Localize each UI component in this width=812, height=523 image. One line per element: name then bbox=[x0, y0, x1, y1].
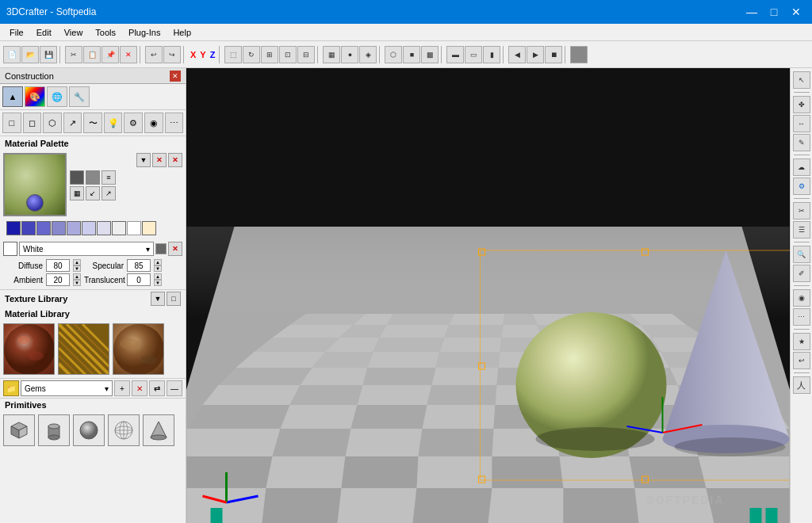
menu-edit[interactable]: Edit bbox=[30, 26, 58, 39]
ambient-down[interactable]: ▼ bbox=[73, 280, 81, 286]
tb-obj3[interactable]: ▮ bbox=[483, 46, 500, 63]
rt-scale[interactable]: ✎ bbox=[793, 134, 810, 151]
swatch-gray[interactable] bbox=[86, 170, 100, 185]
palette-clear-icon[interactable]: ✕ bbox=[152, 153, 167, 167]
c-btn-box[interactable]: ◻ bbox=[23, 113, 42, 133]
tb-cut[interactable]: ✂ bbox=[65, 46, 82, 63]
tb-anim3[interactable]: ⏹ bbox=[545, 46, 562, 63]
tex-lib-expand[interactable]: □ bbox=[167, 292, 181, 306]
c-btn-hex[interactable]: ⬡ bbox=[43, 113, 62, 133]
tb-open[interactable]: 📂 bbox=[21, 46, 39, 63]
tex-lib-down[interactable]: ▼ bbox=[151, 292, 165, 306]
tb-view5[interactable]: ⊟ bbox=[297, 46, 315, 63]
c-btn-tools[interactable]: 🔧 bbox=[69, 86, 90, 107]
category-dropdown[interactable]: Gems ▾ bbox=[21, 380, 113, 396]
mat-swap-btn[interactable]: ⇄ bbox=[149, 380, 165, 396]
rt-orbit[interactable]: ◉ bbox=[793, 289, 810, 307]
specular-down[interactable]: ▼ bbox=[154, 265, 162, 272]
rt-hand[interactable]: ☰ bbox=[793, 221, 810, 239]
tb-wire[interactable]: ⬡ bbox=[385, 46, 402, 63]
swatch-7[interactable] bbox=[97, 221, 111, 235]
rt-deform[interactable]: ⚙ bbox=[793, 178, 810, 195]
translucent-value[interactable]: 0 bbox=[127, 273, 151, 286]
ambient-value[interactable]: 20 bbox=[46, 273, 70, 286]
diffuse-down[interactable]: ▼ bbox=[73, 265, 81, 272]
tb-view3[interactable]: ⊞ bbox=[261, 46, 278, 63]
tb-delete[interactable]: ✕ bbox=[120, 46, 137, 63]
tb-undo[interactable]: ↩ bbox=[145, 46, 163, 63]
mat-item-2[interactable] bbox=[58, 323, 109, 375]
palette-info-icon[interactable]: ✕ bbox=[168, 153, 182, 167]
specular-value[interactable]: 85 bbox=[127, 259, 151, 272]
tb-view2[interactable]: ↻ bbox=[243, 46, 260, 63]
tb-view1[interactable]: ⬚ bbox=[224, 46, 242, 63]
minimize-button[interactable]: — bbox=[742, 2, 761, 21]
c-btn-more[interactable]: ⋯ bbox=[165, 113, 184, 133]
tb-mat[interactable]: ◈ bbox=[359, 46, 377, 63]
palette-filter-icon[interactable]: ▼ bbox=[136, 153, 151, 167]
tb-obj1[interactable]: ▬ bbox=[446, 46, 464, 63]
color-swatch-main[interactable] bbox=[3, 242, 17, 256]
c-btn-arrow[interactable]: ↗ bbox=[63, 113, 82, 133]
rt-scissors[interactable]: ✂ bbox=[793, 202, 810, 220]
c-btn-up[interactable]: ▲ bbox=[2, 86, 23, 107]
tb-paste[interactable]: 📌 bbox=[102, 46, 119, 63]
material-icon-2[interactable]: ↙ bbox=[86, 186, 100, 200]
folder-icon[interactable]: 📁 bbox=[3, 380, 19, 396]
material-icon-1[interactable]: ▦ bbox=[70, 186, 84, 200]
tb-grid[interactable]: ▦ bbox=[323, 46, 340, 63]
c-btn-curve[interactable]: 〜 bbox=[83, 113, 102, 133]
tb-solid[interactable]: ■ bbox=[403, 46, 420, 63]
diffuse-value[interactable]: 80 bbox=[46, 259, 70, 272]
rt-move[interactable]: ✤ bbox=[793, 96, 810, 113]
swatch-dark[interactable] bbox=[70, 170, 84, 185]
construction-close[interactable]: ✕ bbox=[170, 71, 181, 82]
mat-add-btn[interactable]: + bbox=[114, 380, 130, 396]
menu-tools[interactable]: Tools bbox=[89, 26, 122, 39]
close-button[interactable]: ✕ bbox=[787, 2, 806, 21]
material-preview[interactable] bbox=[3, 153, 67, 216]
rt-select[interactable]: ↖ bbox=[793, 71, 810, 89]
tb-save[interactable]: 💾 bbox=[40, 46, 57, 63]
ambient-up[interactable]: ▲ bbox=[73, 273, 81, 280]
swatch-8[interactable] bbox=[112, 221, 126, 235]
swatch-action-1[interactable]: ≡ bbox=[102, 170, 116, 185]
rt-snap[interactable]: ★ bbox=[793, 333, 810, 350]
swatch-2[interactable] bbox=[21, 221, 36, 235]
diffuse-up[interactable]: ▲ bbox=[73, 259, 81, 265]
tb-extra[interactable] bbox=[570, 46, 588, 63]
primitive-cube[interactable] bbox=[3, 414, 35, 446]
c-btn-circle[interactable]: ◉ bbox=[144, 113, 163, 133]
rt-person[interactable]: 人 bbox=[793, 376, 810, 394]
viewport[interactable]: ⚙ bbox=[186, 68, 790, 523]
mat-del-btn[interactable]: ✕ bbox=[132, 380, 147, 396]
menu-plugins[interactable]: Plug-Ins bbox=[122, 26, 167, 39]
menu-view[interactable]: View bbox=[58, 26, 90, 39]
rt-zoom[interactable]: 🔍 bbox=[793, 246, 810, 263]
swatch-5[interactable] bbox=[67, 221, 81, 235]
color-swatch-icon[interactable] bbox=[155, 243, 167, 254]
tb-anim1[interactable]: ◀ bbox=[508, 46, 526, 63]
mat-item-3[interactable] bbox=[113, 323, 164, 375]
c-btn-light[interactable]: 💡 bbox=[104, 113, 123, 133]
tb-copy[interactable]: 📋 bbox=[83, 46, 101, 63]
color-name-dropdown[interactable]: White ▾ bbox=[19, 242, 154, 256]
tb-tex[interactable]: ▩ bbox=[421, 46, 439, 63]
swatch-4[interactable] bbox=[52, 221, 66, 235]
swatch-1[interactable] bbox=[6, 221, 21, 235]
primitive-sphere[interactable] bbox=[73, 414, 105, 446]
tb-new[interactable]: 📄 bbox=[3, 46, 21, 63]
rt-undo2[interactable]: ↩ bbox=[793, 352, 810, 369]
c-btn-color[interactable]: 🎨 bbox=[25, 86, 45, 107]
rt-paint[interactable]: ☁ bbox=[793, 158, 810, 176]
swatch-10[interactable] bbox=[142, 221, 156, 235]
tb-render[interactable]: ● bbox=[341, 46, 358, 63]
mat-item-1[interactable] bbox=[3, 323, 55, 375]
tb-redo[interactable]: ↪ bbox=[163, 46, 181, 63]
menu-file[interactable]: File bbox=[3, 26, 30, 39]
translucent-down[interactable]: ▼ bbox=[154, 280, 162, 286]
tb-obj2[interactable]: ▭ bbox=[465, 46, 482, 63]
tb-view4[interactable]: ⊡ bbox=[279, 46, 297, 63]
c-btn-plane[interactable]: □ bbox=[2, 113, 21, 133]
primitive-cylinder[interactable] bbox=[38, 414, 70, 446]
